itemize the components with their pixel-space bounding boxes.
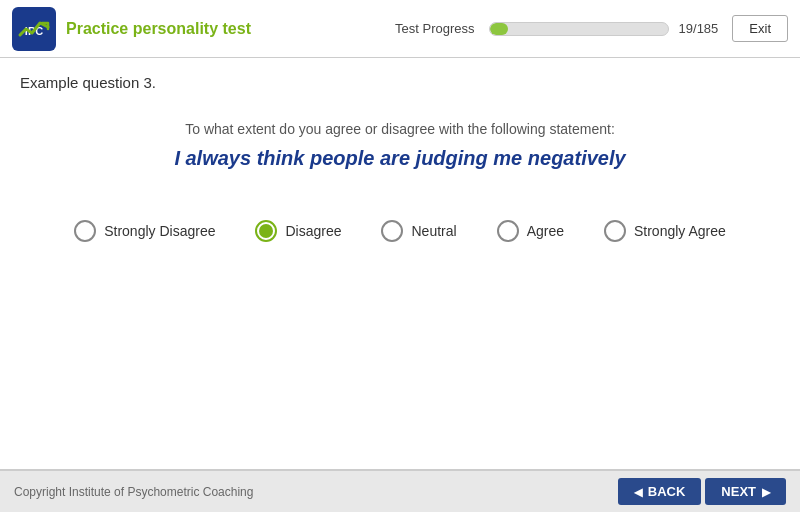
app-header: IPC Practice personality test Test Progr… xyxy=(0,0,800,58)
back-arrow-icon xyxy=(634,484,642,499)
option-agree[interactable]: Agree xyxy=(497,220,564,242)
next-button[interactable]: NEXT xyxy=(705,478,786,505)
app-title: Practice personality test xyxy=(66,20,395,38)
radio-strongly-agree xyxy=(604,220,626,242)
option-disagree[interactable]: Disagree xyxy=(255,220,341,242)
back-button[interactable]: BACK xyxy=(618,478,702,505)
option-label-neutral: Neutral xyxy=(411,223,456,239)
footer-copyright: Copyright Institute of Psychometric Coac… xyxy=(14,485,618,499)
progress-bar-fill xyxy=(490,23,508,35)
radio-neutral xyxy=(381,220,403,242)
next-arrow-icon xyxy=(762,484,770,499)
question-statement: I always think people are judging me neg… xyxy=(174,147,625,170)
progress-section: Test Progress 19/185 xyxy=(395,21,718,36)
question-body: To what extent do you agree or disagree … xyxy=(20,121,780,469)
progress-count: 19/185 xyxy=(679,21,719,36)
option-neutral[interactable]: Neutral xyxy=(381,220,456,242)
progress-bar-container xyxy=(489,22,669,36)
option-strongly-agree[interactable]: Strongly Agree xyxy=(604,220,726,242)
options-row: Strongly DisagreeDisagreeNeutralAgreeStr… xyxy=(74,220,726,242)
question-instruction: To what extent do you agree or disagree … xyxy=(185,121,615,137)
option-label-strongly-agree: Strongly Agree xyxy=(634,223,726,239)
question-label: Example question 3. xyxy=(20,74,780,91)
main-content: Example question 3. To what extent do yo… xyxy=(0,58,800,470)
next-label: NEXT xyxy=(721,484,756,499)
radio-disagree xyxy=(255,220,277,242)
app-logo: IPC xyxy=(12,7,56,51)
option-label-strongly-disagree: Strongly Disagree xyxy=(104,223,215,239)
footer-buttons: BACK NEXT xyxy=(618,478,786,505)
radio-agree xyxy=(497,220,519,242)
progress-label: Test Progress xyxy=(395,21,474,36)
option-label-agree: Agree xyxy=(527,223,564,239)
option-strongly-disagree[interactable]: Strongly Disagree xyxy=(74,220,215,242)
footer: Copyright Institute of Psychometric Coac… xyxy=(0,470,800,512)
exit-button[interactable]: Exit xyxy=(732,15,788,42)
radio-strongly-disagree xyxy=(74,220,96,242)
option-label-disagree: Disagree xyxy=(285,223,341,239)
back-label: BACK xyxy=(648,484,686,499)
